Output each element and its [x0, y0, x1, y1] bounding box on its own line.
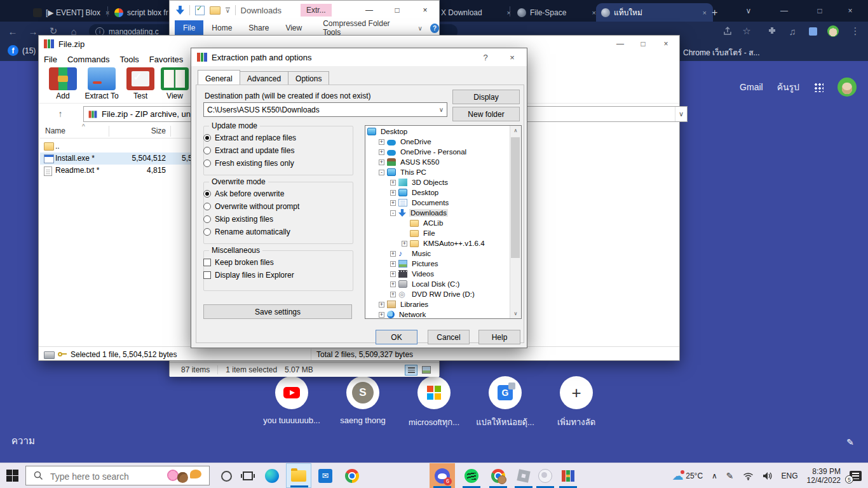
- tree-item-network[interactable]: +Network: [365, 309, 510, 319]
- radio-fresh-existing[interactable]: Fresh existing files only: [203, 159, 294, 168]
- gmail-link[interactable]: Gmail: [740, 82, 763, 92]
- tree-item-videos[interactable]: +Videos: [365, 269, 510, 279]
- browser-menu-button[interactable]: ⋮: [848, 24, 863, 39]
- taskbar-chrome[interactable]: [339, 463, 365, 488]
- expand-icon[interactable]: +: [390, 281, 396, 287]
- tab-general[interactable]: General: [198, 70, 240, 86]
- tree-item-pictures[interactable]: +Pictures: [365, 259, 510, 269]
- weather-widget[interactable]: ☁ 25°C: [672, 470, 703, 482]
- ribbon-tab-view[interactable]: View: [277, 20, 310, 36]
- menu-favorites[interactable]: Favorites: [149, 55, 183, 64]
- browser-minimize-button[interactable]: —: [771, 0, 797, 22]
- extensions-button[interactable]: [764, 24, 780, 39]
- bookmark-facebook[interactable]: f (15): [8, 45, 36, 56]
- radio-checked-icon[interactable]: [203, 190, 211, 198]
- task-view-button[interactable]: [240, 468, 255, 484]
- tree-item-documents[interactable]: +Documents: [365, 198, 510, 208]
- network-button[interactable]: [743, 472, 754, 480]
- scrollbar-thumb[interactable]: [511, 137, 520, 258]
- collapse-icon[interactable]: -: [379, 170, 384, 175]
- clock[interactable]: 8:39 PM 12/4/2022: [807, 467, 841, 485]
- tree-item-kmsauto-v1-6-4[interactable]: +KMSAuto++.v1.6.4: [365, 238, 510, 248]
- customize-pencil-button[interactable]: ✎: [846, 437, 854, 447]
- media-controls-button[interactable]: ♫: [785, 24, 800, 39]
- share-button[interactable]: [720, 24, 735, 39]
- tree-item-desktop[interactable]: +Desktop: [365, 187, 510, 198]
- checkbox-icon[interactable]: [203, 271, 211, 279]
- checkbox-keep-broken-files[interactable]: Keep broken files: [203, 258, 274, 267]
- radio-overwrite-without-prompt[interactable]: Overwrite without prompt: [203, 202, 299, 211]
- tab-x-download[interactable]: X Download ×: [436, 3, 517, 22]
- avatar[interactable]: [837, 78, 857, 97]
- taskbar-discord[interactable]: 6: [430, 463, 455, 488]
- tab-event-blox[interactable]: [▶ EVENT] Blox ×: [28, 3, 116, 22]
- tree-scrollbar[interactable]: ∧ ∨: [510, 126, 521, 318]
- new-folder-icon[interactable]: [210, 6, 220, 15]
- winrar-close-button[interactable]: ×: [655, 37, 677, 51]
- radio-skip-existing[interactable]: Skip existing files: [203, 215, 273, 224]
- back-button[interactable]: ←: [5, 24, 20, 39]
- taskbar-search[interactable]: [25, 466, 210, 485]
- expand-icon[interactable]: +: [390, 190, 396, 196]
- expand-icon[interactable]: +: [379, 149, 384, 155]
- radio-icon[interactable]: [203, 147, 211, 154]
- tree-item-asus-k550[interactable]: +ASUS K550: [365, 157, 510, 167]
- bookmark-star-button[interactable]: ☆: [739, 24, 754, 39]
- apps-grid-icon[interactable]: [813, 82, 824, 92]
- checkbox-icon[interactable]: [203, 259, 211, 266]
- help-button[interactable]: Help: [478, 330, 520, 344]
- volume-button[interactable]: [763, 471, 773, 480]
- thumbnail-view-button[interactable]: [420, 365, 433, 376]
- expand-icon[interactable]: +: [390, 271, 396, 277]
- expand-icon[interactable]: +: [379, 312, 384, 318]
- start-button[interactable]: [6, 470, 18, 482]
- shortcut-add[interactable]: + เพิ่มทางลัด: [541, 376, 612, 429]
- radio-ask-before-overwrite[interactable]: Ask before overwrite: [203, 189, 284, 198]
- image-search-link[interactable]: ค้นรูป: [777, 80, 799, 94]
- contextual-tab-badge[interactable]: Extr...: [301, 4, 332, 17]
- expand-icon[interactable]: +: [390, 292, 396, 297]
- taskbar-spotify[interactable]: [459, 463, 484, 488]
- tree-item-file[interactable]: File: [365, 228, 510, 238]
- close-icon[interactable]: ×: [506, 9, 512, 17]
- radio-icon[interactable]: [203, 228, 211, 236]
- extract-to-button[interactable]: Extract To: [82, 67, 121, 100]
- ribbon-collapse-button[interactable]: ∨: [418, 25, 423, 32]
- help-button[interactable]: ?: [430, 24, 439, 33]
- expand-icon[interactable]: +: [390, 261, 396, 267]
- taskbar-file-explorer[interactable]: [286, 463, 311, 488]
- destination-path-combobox[interactable]: C:\Users\ASUS K550\Downloads ∨: [203, 102, 447, 117]
- radio-icon[interactable]: [203, 203, 211, 210]
- new-tab-button[interactable]: +: [707, 3, 732, 22]
- taskbar-obs[interactable]: [532, 463, 558, 488]
- customize-quickaccess-icon[interactable]: ∨: [226, 8, 230, 13]
- details-view-button[interactable]: [405, 365, 417, 376]
- collapse-icon[interactable]: -: [390, 210, 396, 216]
- taskbar-winrar[interactable]: [555, 463, 581, 488]
- shortcut-microsoft[interactable]: microsoftทุก...: [398, 376, 470, 429]
- radio-extract-replace[interactable]: Extract and replace files: [203, 133, 296, 142]
- winrar-maximize-button[interactable]: □: [632, 37, 654, 51]
- browser-close-button[interactable]: ×: [837, 0, 863, 22]
- tab-file-space[interactable]: File-Space ×: [512, 3, 602, 22]
- tree-item-music[interactable]: +♪Music: [365, 248, 510, 259]
- ribbon-tab-file[interactable]: File: [175, 20, 203, 36]
- tree-item-onedrive-personal[interactable]: +OneDrive - Personal: [365, 147, 510, 157]
- tree-item-3d-objects[interactable]: +3D Objects: [365, 177, 510, 187]
- test-button[interactable]: Test: [123, 67, 158, 100]
- radio-checked-icon[interactable]: [203, 134, 211, 142]
- expand-icon[interactable]: +: [390, 180, 396, 186]
- tree-item-desktop[interactable]: Desktop: [365, 126, 510, 137]
- radio-extract-update[interactable]: Extract and update files: [203, 146, 294, 155]
- bookmark-webstore[interactable]: Chrome เว็บสโตร์ - ส...: [683, 46, 759, 58]
- tray-overflow-button[interactable]: ∧: [712, 471, 717, 480]
- radio-icon[interactable]: [203, 215, 211, 223]
- save-settings-button[interactable]: Save settings: [203, 304, 352, 319]
- expand-icon[interactable]: +: [390, 200, 396, 206]
- expand-icon[interactable]: +: [379, 159, 384, 165]
- tree-item-onedrive[interactable]: +OneDrive: [365, 137, 510, 147]
- browser-profile-chevron[interactable]: ∨: [736, 0, 761, 22]
- cortana-button[interactable]: [219, 468, 234, 484]
- language-indicator[interactable]: ENG: [782, 471, 798, 480]
- chevron-down-icon[interactable]: ∨: [436, 103, 447, 116]
